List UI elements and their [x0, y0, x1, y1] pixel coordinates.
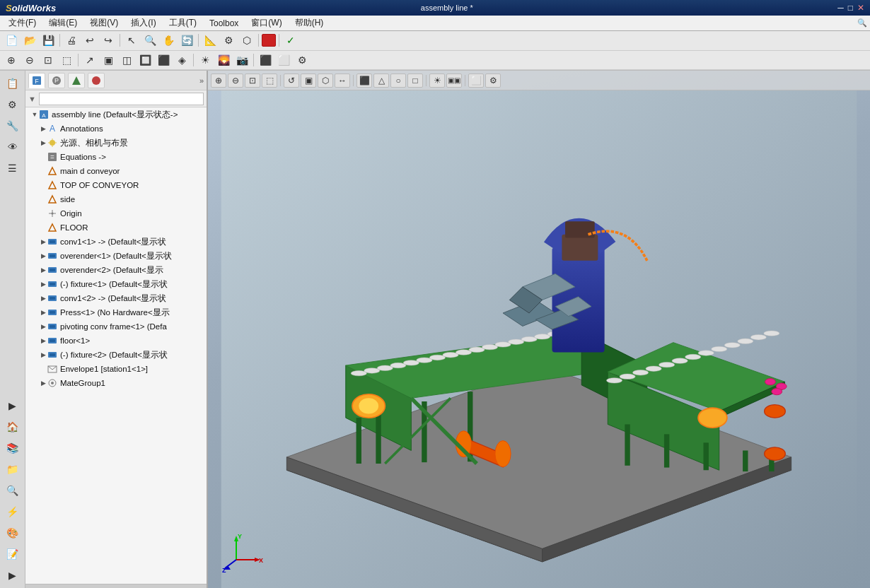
tree-origin[interactable]: ▶ Origin: [25, 206, 207, 220]
view-orient2[interactable]: ⬜: [275, 52, 292, 68]
lighting-expand[interactable]: ▶: [40, 139, 47, 146]
tree-pivoting[interactable]: ▶ pivoting conv frame<1> (Defa: [25, 319, 207, 334]
vt-rotate[interactable]: ↺: [284, 74, 299, 88]
view-zoom-out[interactable]: ⊖: [21, 52, 38, 68]
tree-top-conveyor[interactable]: ▶ TOP OF CONVEYOR: [25, 178, 207, 192]
stop-button[interactable]: [262, 34, 276, 47]
tree-conv1-2[interactable]: ▶ conv1<2> -> (Default<显示状: [25, 291, 207, 305]
tree-overender2[interactable]: ▶ overender<2> (Default<显示: [25, 263, 207, 277]
view-orient1[interactable]: ⬛: [257, 52, 274, 68]
zoom-button[interactable]: 🔍: [141, 33, 158, 48]
rotate-button[interactable]: 🔄: [178, 33, 195, 48]
menu-toolbox[interactable]: Toolbox: [204, 17, 244, 30]
new-button[interactable]: 📄: [3, 33, 20, 48]
vt-shaded[interactable]: ⬛: [356, 74, 372, 88]
minimize-button[interactable]: ─: [837, 3, 844, 13]
search-commands[interactable]: 🔍: [3, 481, 23, 500]
view-camera[interactable]: 📷: [233, 52, 250, 68]
view-box[interactable]: ▣: [100, 52, 117, 68]
vt-zoom-area[interactable]: ⬚: [262, 74, 277, 88]
view-normal[interactable]: ↗: [81, 52, 98, 68]
tree-root[interactable]: ▼ A assembly line (Default<显示状态->: [25, 107, 207, 122]
close-button[interactable]: ✕: [857, 3, 864, 13]
menu-help[interactable]: 帮助(H): [289, 16, 330, 30]
vt-shadow[interactable]: □: [407, 74, 423, 88]
view-display1[interactable]: 🔲: [137, 52, 153, 68]
root-expand[interactable]: ▼: [31, 111, 38, 118]
fixture2-expand[interactable]: ▶: [40, 351, 47, 358]
feature-manager-tab[interactable]: 📋: [3, 74, 23, 93]
menu-insert[interactable]: 插入(I): [125, 16, 161, 30]
tree-expand-arrow[interactable]: »: [199, 76, 204, 85]
menu-tools[interactable]: 工具(T): [163, 16, 202, 30]
vt-hidden[interactable]: ⬡: [318, 74, 333, 88]
check-button[interactable]: ✓: [282, 33, 299, 48]
vt-wireframe[interactable]: ▣: [301, 74, 316, 88]
tree-side[interactable]: ▶ side: [25, 192, 207, 206]
view-settings[interactable]: ⚙: [294, 52, 311, 68]
vt-section[interactable]: ↔: [335, 74, 350, 88]
conv1-1-expand[interactable]: ▶: [40, 238, 47, 245]
motion-study[interactable]: ▶: [3, 565, 23, 585]
title-controls[interactable]: ─ □ ✕: [837, 3, 864, 13]
tree-resize-handle[interactable]: [25, 584, 207, 588]
pivoting-expand[interactable]: ▶: [40, 323, 47, 330]
overender1-expand[interactable]: ▶: [40, 252, 47, 259]
floor1-expand[interactable]: ▶: [40, 337, 47, 344]
view-scene[interactable]: 🌄: [215, 52, 232, 68]
tree-mategroup1[interactable]: ▶ MateGroup1: [25, 376, 207, 390]
tree-main-conveyor[interactable]: ▶ main d conveyor: [25, 164, 207, 178]
file-explorer[interactable]: 📁: [3, 459, 23, 479]
vt-realview[interactable]: ○: [390, 74, 406, 88]
tree-equations[interactable]: ▶ = Equations ->: [25, 150, 207, 164]
tree-fixture2[interactable]: ▶ (-) fixture<2> (Default<显示状: [25, 348, 207, 362]
appearances[interactable]: 🎨: [3, 523, 23, 543]
select-button[interactable]: ↖: [123, 33, 140, 48]
property-manager-tab[interactable]: ⚙: [3, 95, 23, 114]
open-button[interactable]: 📂: [21, 33, 38, 48]
vt-settings2[interactable]: ⚙: [485, 74, 501, 88]
press1-expand[interactable]: ▶: [40, 309, 47, 316]
display-manager-tab[interactable]: 👁: [3, 137, 23, 157]
vt-cameras[interactable]: ▣▣: [446, 74, 462, 88]
maximize-button[interactable]: □: [848, 3, 853, 13]
menu-file[interactable]: 文件(F): [3, 16, 42, 30]
tree-tab-display[interactable]: [88, 73, 105, 88]
view-zoom-fit[interactable]: ⊡: [40, 52, 57, 68]
config-manager-tab[interactable]: 🔧: [3, 116, 23, 136]
measure-button[interactable]: 📐: [202, 33, 219, 48]
view-section[interactable]: ◫: [118, 52, 135, 68]
design-library[interactable]: 📚: [3, 438, 23, 458]
tree-tab-property[interactable]: P: [48, 73, 65, 88]
tree-envelope1[interactable]: ▶ Envelope1 [station1<1>]: [25, 362, 207, 376]
annotations-expand[interactable]: ▶: [40, 125, 47, 132]
tree-tab-config[interactable]: [68, 73, 85, 88]
menu-view[interactable]: 视图(V): [84, 16, 124, 30]
tree-annotations[interactable]: ▶ A Annotations: [25, 122, 207, 136]
tree-fixture1[interactable]: ▶ (-) fixture<1> (Default<显示状: [25, 277, 207, 291]
vt-zoom-fit[interactable]: ⊡: [245, 74, 260, 88]
tree-floor1[interactable]: ▶ floor<1>: [25, 334, 207, 348]
api-link[interactable]: ⚡: [3, 502, 23, 522]
undo-button[interactable]: ↩: [81, 33, 98, 48]
component-button[interactable]: ⬡: [238, 33, 255, 48]
tree-lighting[interactable]: ▶ 光源、相机与布景: [25, 136, 207, 150]
tree-press1[interactable]: ▶ Press<1> (No Hardware<显示: [25, 305, 207, 319]
tree-floor[interactable]: ▶ FLOOR: [25, 220, 207, 235]
menu-edit[interactable]: 编辑(E): [43, 16, 83, 30]
save-button[interactable]: 💾: [40, 33, 57, 48]
tree-conv1-1[interactable]: ▶ conv1<1> -> (Default<显示状: [25, 235, 207, 249]
vt-zoom-out[interactable]: ⊖: [228, 74, 243, 88]
view-lighting[interactable]: ☀: [197, 52, 214, 68]
solidworks-resources[interactable]: 🏠: [3, 417, 23, 437]
print-button[interactable]: 🖨: [63, 33, 80, 48]
menu-window[interactable]: 窗口(W): [245, 16, 287, 30]
vt-zoom-in[interactable]: ⊕: [211, 74, 226, 88]
redo-button[interactable]: ↪: [100, 33, 117, 48]
tree-tab-feature[interactable]: F: [28, 73, 45, 88]
fixture1-expand[interactable]: ▶: [40, 281, 47, 288]
task-pane-button[interactable]: ▶: [3, 396, 23, 416]
overender2-expand[interactable]: ▶: [40, 266, 47, 274]
view-zoom-area[interactable]: ⬚: [58, 52, 75, 68]
mategroup1-expand[interactable]: ▶: [40, 380, 47, 387]
